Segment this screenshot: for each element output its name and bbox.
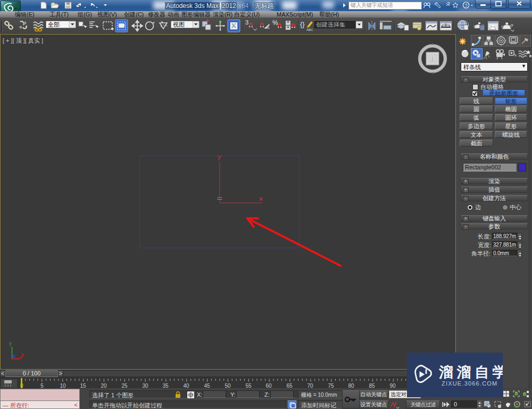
svg-text:?: ? (464, 3, 467, 8)
svg-text:溜溜自学: 溜溜自学 (438, 364, 503, 380)
svg-text:3: 3 (245, 19, 248, 26)
svg-text:全部: 全部 (48, 21, 60, 28)
svg-text:%: % (272, 19, 278, 27)
svg-text:y: y (9, 340, 12, 346)
svg-text:创建选择集: 创建选择集 (316, 21, 345, 28)
svg-text:视图: 视图 (173, 21, 185, 28)
svg-text:ZIXUE.3066.COM: ZIXUE.3066.COM (442, 380, 497, 387)
svg-text:{}: {} (300, 20, 305, 28)
svg-text:ABC: ABC (306, 28, 313, 31)
